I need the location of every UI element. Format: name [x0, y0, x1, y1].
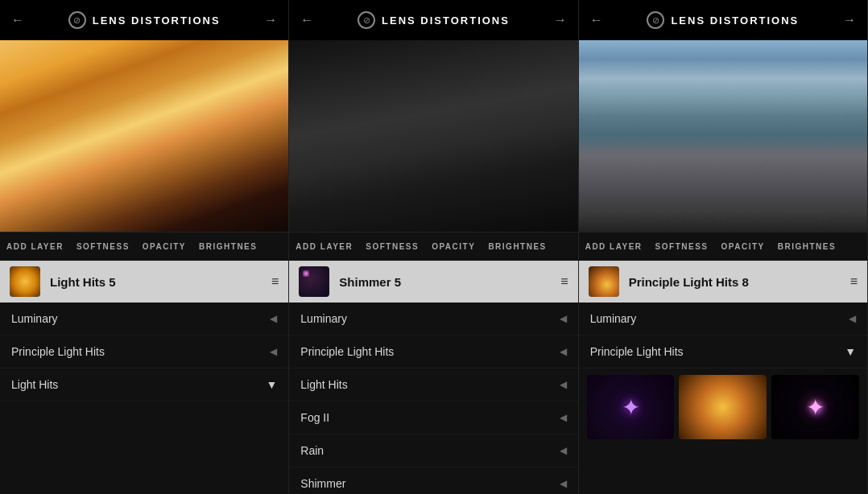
back-icon-3[interactable]: ←	[590, 13, 603, 27]
category-list-1: Luminary ◀ Principle Light Hits ◀ Light …	[0, 303, 288, 494]
photo-portrait	[289, 40, 577, 232]
logo-icon-2: ⊘	[358, 11, 375, 29]
category-lh-1[interactable]: Light Hits ▼	[0, 368, 288, 401]
photo-desert	[0, 40, 288, 232]
thumb-item-1[interactable]	[587, 375, 675, 439]
category-arrow: ◀	[560, 346, 567, 357]
export-icon-1[interactable]: →	[264, 13, 277, 27]
toolbar-1: ADD LAYER SOFTNESS OPACITY BRIGHTNES	[0, 232, 288, 261]
category-label: Principle Light Hits	[300, 345, 394, 358]
photo-area-1	[0, 40, 288, 232]
category-arrow: ◀	[560, 478, 567, 489]
category-arrow: ◀	[270, 346, 277, 357]
layer-menu-icon-2[interactable]: ≡	[560, 274, 568, 289]
softness-btn-1[interactable]: SOFTNESS	[76, 242, 130, 251]
thumbnails-grid-3	[579, 368, 867, 446]
add-layer-btn-2[interactable]: ADD LAYER	[296, 242, 353, 251]
category-arrow: ◀	[849, 313, 856, 324]
header-center-1: ⊘ LENS DISTORTIONS	[68, 11, 221, 29]
photo-area-2	[289, 40, 577, 232]
layer-menu-icon-3[interactable]: ≡	[850, 274, 858, 289]
category-luminary-2[interactable]: Luminary ◀	[289, 303, 577, 336]
logo-icon-1: ⊘	[68, 11, 86, 29]
category-arrow: ◀	[560, 445, 567, 456]
header-center-3: ⊘ LENS DISTORTIONS	[647, 11, 799, 29]
export-icon-2[interactable]: →	[554, 13, 567, 27]
logo-icon-3: ⊘	[647, 11, 664, 29]
category-arrow: ◀	[560, 412, 567, 423]
toolbar-2: ADD LAYER SOFTNESS OPACITY BRIGHTNES	[289, 232, 577, 261]
category-label: Rain	[300, 444, 324, 457]
category-label: Principle Light Hits	[590, 345, 684, 358]
category-label: Luminary	[11, 312, 58, 325]
softness-btn-2[interactable]: SOFTNESS	[366, 242, 419, 251]
category-plh-1[interactable]: Principle Light Hits ◀	[0, 336, 288, 368]
category-luminary-3[interactable]: Luminary ◀	[579, 303, 867, 336]
back-icon-2[interactable]: ←	[300, 13, 313, 27]
category-arrow-down: ▼	[266, 378, 277, 391]
layer-thumb-1	[10, 266, 40, 297]
thumb-item-2[interactable]	[679, 375, 767, 439]
layer-menu-icon-1[interactable]: ≡	[271, 274, 279, 289]
brightness-btn-1[interactable]: BRIGHTNES	[199, 242, 257, 251]
category-label: Luminary	[590, 312, 637, 325]
category-lh-2[interactable]: Light Hits ◀	[289, 368, 577, 401]
category-arrow: ◀	[270, 313, 277, 324]
back-icon-1[interactable]: ←	[11, 13, 24, 27]
softness-btn-3[interactable]: SOFTNESS	[655, 242, 709, 251]
app-title-2: LENS DISTORTIONS	[382, 14, 510, 27]
layer-thumb-2	[299, 266, 329, 297]
panel-1-header: ← ⊘ LENS DISTORTIONS →	[0, 0, 288, 40]
app-title-1: LENS DISTORTIONS	[93, 14, 221, 27]
layer-thumb-3	[589, 266, 619, 297]
add-layer-btn-1[interactable]: ADD LAYER	[6, 242, 64, 251]
opacity-btn-3[interactable]: OPACITY	[721, 242, 764, 251]
category-label: Shimmer	[300, 477, 345, 490]
category-label: Fog II	[300, 411, 329, 424]
photo-mountain	[579, 40, 867, 232]
panel-1: ← ⊘ LENS DISTORTIONS → ADD LAYER SOFTNES…	[0, 0, 289, 494]
panel-2-header: ← ⊘ LENS DISTORTIONS →	[289, 0, 577, 40]
brightness-btn-3[interactable]: BRIGHTNES	[778, 242, 836, 251]
layer-name-3: Principle Light Hits 8	[629, 275, 841, 289]
add-layer-btn-3[interactable]: ADD LAYER	[585, 242, 643, 251]
category-shimmer-2[interactable]: Shimmer ◀	[289, 467, 577, 494]
category-fog-2[interactable]: Fog II ◀	[289, 401, 577, 434]
panel-3-header: ← ⊘ LENS DISTORTIONS →	[579, 0, 867, 40]
photo-area-3	[579, 40, 867, 232]
layer-name-1: Light Hits 5	[50, 275, 262, 289]
panel-3: ← ⊘ LENS DISTORTIONS → ADD LAYER SOFTNES…	[579, 0, 868, 494]
category-label: Luminary	[300, 312, 347, 325]
layer-name-2: Shimmer 5	[339, 275, 551, 289]
export-icon-3[interactable]: →	[843, 13, 856, 27]
category-plh-2[interactable]: Principle Light Hits ◀	[289, 336, 577, 368]
active-layer-3[interactable]: Principle Light Hits 8 ≡	[579, 261, 867, 303]
category-arrow: ◀	[560, 379, 567, 390]
category-label: Principle Light Hits	[11, 345, 105, 358]
opacity-btn-1[interactable]: OPACITY	[143, 242, 186, 251]
category-list-2: Luminary ◀ Principle Light Hits ◀ Light …	[289, 303, 577, 494]
category-luminary-1[interactable]: Luminary ◀	[0, 303, 288, 336]
opacity-btn-2[interactable]: OPACITY	[432, 242, 475, 251]
category-arrow: ◀	[560, 313, 567, 324]
toolbar-3: ADD LAYER SOFTNESS OPACITY BRIGHTNES	[579, 232, 867, 261]
header-center-2: ⊘ LENS DISTORTIONS	[358, 11, 510, 29]
category-arrow-down: ▼	[845, 345, 856, 358]
thumb-item-3[interactable]	[771, 375, 859, 439]
category-plh-3[interactable]: Principle Light Hits ▼	[579, 336, 867, 368]
app-title-3: LENS DISTORTIONS	[671, 14, 799, 27]
category-rain-2[interactable]: Rain ◀	[289, 434, 577, 467]
category-label: Light Hits	[300, 378, 347, 391]
panel-2: ← ⊘ LENS DISTORTIONS → ADD LAYER SOFTNES…	[289, 0, 578, 494]
category-label: Light Hits	[11, 378, 58, 391]
active-layer-1[interactable]: Light Hits 5 ≡	[0, 261, 288, 303]
category-list-3: Luminary ◀ Principle Light Hits ▼	[579, 303, 867, 494]
active-layer-2[interactable]: Shimmer 5 ≡	[289, 261, 577, 303]
brightness-btn-2[interactable]: BRIGHTNES	[488, 242, 546, 251]
